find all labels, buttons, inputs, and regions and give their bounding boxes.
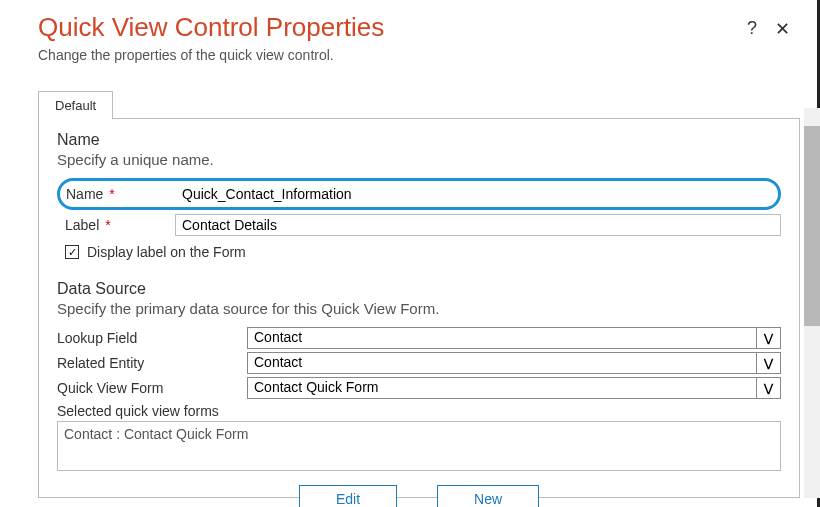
display-label-text: Display label on the Form	[87, 244, 246, 260]
header-text: Quick View Control Properties Change the…	[38, 12, 384, 91]
dialog-body: Quick View Control Properties Change the…	[0, 0, 820, 507]
new-button[interactable]: New	[437, 485, 539, 507]
edit-button[interactable]: Edit	[299, 485, 397, 507]
label-field-label: Label *	[65, 217, 175, 233]
selected-forms-label: Selected quick view forms	[57, 403, 781, 419]
selected-forms-list[interactable]: Contact : Contact Quick Form	[57, 421, 781, 471]
data-source-description: Specify the primary data source for this…	[57, 300, 781, 317]
data-source-group: Data Source Specify the primary data sou…	[57, 280, 781, 507]
name-input[interactable]	[176, 183, 772, 205]
label-label-text: Label	[65, 217, 99, 233]
related-entity-select[interactable]: Contact ⋁	[247, 352, 781, 374]
check-icon: ✓	[68, 247, 77, 258]
quick-view-form-row: Quick View Form Contact Quick Form ⋁	[57, 377, 781, 399]
form-button-row: Edit New	[57, 485, 781, 507]
quick-view-form-select[interactable]: Contact Quick Form ⋁	[247, 377, 781, 399]
name-row-highlight: Name *	[57, 178, 781, 210]
tab-default[interactable]: Default	[38, 91, 113, 119]
page-subtitle: Change the properties of the quick view …	[38, 47, 384, 63]
name-label-text: Name	[66, 186, 103, 202]
quick-view-form-value: Contact Quick Form	[248, 378, 756, 398]
chevron-down-icon: ⋁	[756, 378, 780, 398]
name-heading: Name	[57, 131, 781, 149]
chevron-down-icon: ⋁	[756, 353, 780, 373]
name-group: Name Specify a unique name. Name * Label…	[57, 131, 781, 260]
lookup-field-select[interactable]: Contact ⋁	[247, 327, 781, 349]
name-description: Specify a unique name.	[57, 151, 781, 168]
selected-forms-item: Contact : Contact Quick Form	[64, 426, 248, 442]
quick-view-form-label: Quick View Form	[57, 380, 247, 396]
scrollbar[interactable]: ⌃	[800, 108, 820, 498]
header-icons: ? ✕	[747, 12, 800, 40]
scrollbar-thumb[interactable]	[804, 126, 820, 326]
page-title: Quick View Control Properties	[38, 12, 384, 43]
lookup-field-label: Lookup Field	[57, 330, 247, 346]
required-marker: *	[109, 186, 114, 202]
tab-panel-default: Name Specify a unique name. Name * Label…	[38, 118, 800, 498]
label-row: Label *	[57, 214, 781, 236]
lookup-field-value: Contact	[248, 328, 756, 348]
related-entity-row: Related Entity Contact ⋁	[57, 352, 781, 374]
name-field-label: Name *	[66, 186, 176, 202]
related-entity-label: Related Entity	[57, 355, 247, 371]
label-input[interactable]	[175, 214, 781, 236]
lookup-field-row: Lookup Field Contact ⋁	[57, 327, 781, 349]
required-marker: *	[105, 217, 110, 233]
display-label-checkbox[interactable]: ✓	[65, 245, 79, 259]
header-row: Quick View Control Properties Change the…	[38, 12, 800, 91]
help-icon[interactable]: ?	[747, 18, 757, 40]
data-source-heading: Data Source	[57, 280, 781, 298]
tab-strip: Default	[38, 91, 800, 119]
related-entity-value: Contact	[248, 353, 756, 373]
display-label-row: ✓ Display label on the Form	[57, 244, 781, 260]
close-icon[interactable]: ✕	[775, 18, 790, 40]
chevron-down-icon: ⋁	[756, 328, 780, 348]
